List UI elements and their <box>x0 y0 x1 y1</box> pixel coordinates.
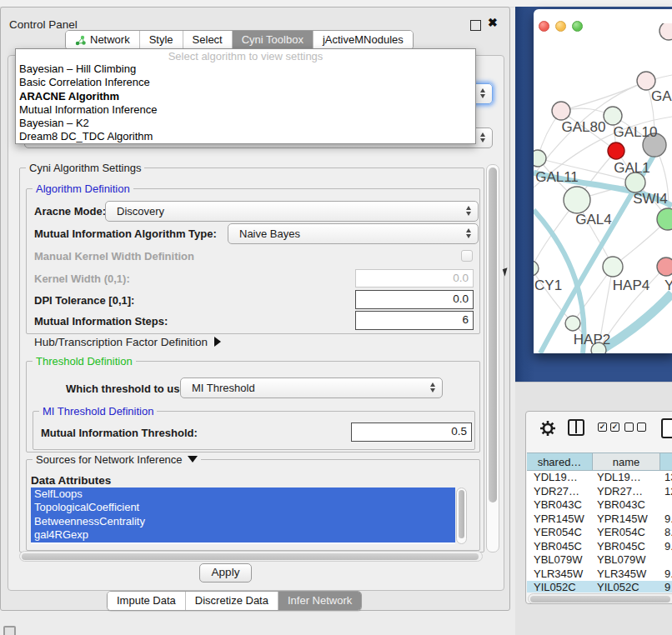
column-header-name[interactable]: name <box>593 452 660 471</box>
table-cell: YIL052C <box>527 581 593 592</box>
dropdown-item-bayesian-hill-climbing[interactable]: Bayesian – Hill Climbing <box>16 62 475 76</box>
apply-button[interactable]: Apply <box>199 563 252 582</box>
table-row[interactable]: YER054CYER054C8. <box>527 526 672 540</box>
table-horizontal-scrollbar[interactable] <box>528 593 672 604</box>
dropdown-item-basic-correlation-inference[interactable]: Basic Correlation Inference <box>16 76 475 89</box>
node-label: GAL <box>651 88 672 104</box>
dropdown-item-bayesian-k2[interactable]: Bayesian – K2 <box>16 117 475 130</box>
table-panel: ✓✓ shared…nameA YDL19…YDL19…13YDR27…YDR2… <box>525 411 672 604</box>
attributes-list-scrollbar[interactable] <box>456 488 467 544</box>
dpi-tolerance-field[interactable]: 0.0 <box>355 290 474 309</box>
table-row[interactable]: YDR27…YDR27…12 <box>527 485 672 499</box>
docked-panel-icon[interactable] <box>3 626 16 635</box>
tab-style[interactable]: Style <box>139 31 183 49</box>
which-threshold-value: MI Threshold <box>192 382 255 394</box>
control-panel: Control Panel ✖ NetworkStyleSelectCyni T… <box>0 7 510 611</box>
deselect-all-columns-icon[interactable] <box>624 422 646 432</box>
mi-threshold-field[interactable]: 0.5 <box>351 422 472 442</box>
aracne-mode-combo[interactable]: Discovery <box>105 201 479 222</box>
sources-group-title[interactable]: Sources for Network Inference <box>33 453 201 466</box>
table-row[interactable]: YLR345WYLR345W9. <box>527 568 672 582</box>
kernel-width-field[interactable]: 0.0 <box>355 269 474 288</box>
tab-infer-network[interactable]: Infer Network <box>278 592 361 610</box>
network-node[interactable] <box>565 316 580 331</box>
table-mode-icon[interactable] <box>661 418 672 438</box>
combo-arrows-icon <box>466 206 471 216</box>
tab-network[interactable]: Network <box>66 31 139 49</box>
tab-jactivemnodules[interactable]: jActiveMNodules <box>313 31 413 49</box>
table-row[interactable]: YIL052CYIL052C9 <box>527 581 672 592</box>
dropdown-item-mutual-information-inference[interactable]: Mutual Information Inference <box>16 103 475 117</box>
network-node[interactable] <box>637 72 655 90</box>
network-node[interactable] <box>657 208 672 230</box>
network-node[interactable] <box>659 23 672 40</box>
combo-arrows-icon <box>466 228 471 238</box>
attribute-item-gal4rgexp[interactable]: gal4RGexp <box>31 528 455 542</box>
threshold-definition-title: Threshold Definition <box>33 355 136 368</box>
tab-discretize-data[interactable]: Discretize Data <box>185 592 278 610</box>
table-cell: YPR145W <box>593 512 660 527</box>
table-cell: 9 <box>660 581 672 592</box>
table-row[interactable]: YBL079WYBL079W <box>527 553 672 568</box>
table-body: YDL19…YDL19…13YDR27…YDR27…12YBR043CYBR04… <box>527 471 672 592</box>
hub-definition-label: Hub/Transcription Factor Definition <box>34 336 208 348</box>
attributes-scrollbar-thumb[interactable] <box>459 490 464 538</box>
network-canvas[interactable]: GAL80GAL10GALGAL11GAL1SWI4GAL4GCY1HAP4YH… <box>534 23 672 353</box>
tab-select[interactable]: Select <box>183 31 232 49</box>
dropdown-item-dream8-dc-tdc-algorithm[interactable]: Dream8 DC_TDC Algorithm <box>16 130 475 143</box>
data-attributes-label: Data Attributes <box>31 474 111 487</box>
table-row[interactable]: YPR145WYPR145W9. <box>527 512 672 527</box>
combo-arrows-icon <box>480 132 485 142</box>
network-node[interactable] <box>608 142 624 159</box>
column-header-shared-[interactable]: shared… <box>527 452 593 471</box>
attribute-item-selfloops[interactable]: SelfLoops <box>31 488 455 501</box>
split-columns-icon[interactable] <box>568 419 584 436</box>
network-window[interactable]: GAL80GAL10GALGAL11GAL1SWI4GAL4GCY1HAP4YH… <box>534 9 672 353</box>
dropdown-item-aracne-algorithm[interactable]: ARACNE Algorithm <box>16 90 475 103</box>
network-node[interactable] <box>534 261 539 276</box>
attribute-item-betweennesscentrality[interactable]: BetweennessCentrality <box>31 515 455 528</box>
network-node[interactable] <box>604 107 622 125</box>
network-icon <box>75 35 86 46</box>
network-node[interactable] <box>552 102 570 120</box>
table-cell: YLR345W <box>527 568 593 582</box>
attribute-item-topologicalcoefficient[interactable]: TopologicalCoefficient <box>31 501 455 514</box>
tab-impute-data[interactable]: Impute Data <box>108 592 185 610</box>
which-threshold-combo[interactable]: MI Threshold <box>180 378 443 398</box>
mi-algorithm-type-combo[interactable]: Naive Bayes <box>228 223 479 244</box>
table-cell <box>660 498 672 512</box>
network-node[interactable] <box>534 150 546 167</box>
tab-label: Network <box>90 31 130 49</box>
network-node[interactable] <box>603 257 623 277</box>
table-cell: 9. <box>660 540 672 554</box>
table-cell: YLR345W <box>593 568 660 582</box>
tab-cyni-toolbox[interactable]: Cyni Toolbox <box>232 31 313 49</box>
settings-horizontal-scrollbar[interactable] <box>19 551 483 562</box>
manual-kernel-width-checkbox[interactable] <box>461 250 473 262</box>
table-cell: YBR045C <box>527 540 593 554</box>
node-label: HAP2 <box>574 332 610 348</box>
float-panel-icon[interactable] <box>470 20 481 31</box>
cyni-settings-group-title: Cyni Algorithm Settings <box>26 162 144 174</box>
network-node[interactable] <box>564 187 590 213</box>
network-node[interactable] <box>657 258 672 276</box>
table-row[interactable]: YDL19…YDL19…13 <box>527 471 672 485</box>
column-header-a[interactable]: A <box>660 452 672 471</box>
table-cell: YER054C <box>593 526 660 540</box>
mi-steps-field[interactable]: 6 <box>355 311 474 330</box>
select-all-columns-icon[interactable]: ✓✓ <box>598 422 619 432</box>
close-panel-icon[interactable]: ✖ <box>488 16 498 29</box>
node-label: GAL11 <box>535 169 579 185</box>
table-cell: 12 <box>660 485 672 499</box>
manual-kernel-width-label: Manual Kernel Width Definition <box>34 250 194 262</box>
table-row[interactable]: YBR045CYBR045C9. <box>527 540 672 554</box>
settings-hscrollbar-thumb[interactable] <box>22 553 479 560</box>
gear-icon[interactable] <box>539 419 557 441</box>
table-hscrollbar-thumb[interactable] <box>530 596 670 602</box>
settings-scrollbar-thumb[interactable] <box>489 168 497 502</box>
network-edge <box>534 268 573 323</box>
table-row[interactable]: YBR043CYBR043C <box>527 498 672 512</box>
app-root: Control Panel ✖ NetworkStyleSelectCyni T… <box>0 0 672 635</box>
hub-definition-expander[interactable]: Hub/Transcription Factor Definition <box>34 336 221 348</box>
settings-vertical-scrollbar[interactable] <box>486 164 499 552</box>
